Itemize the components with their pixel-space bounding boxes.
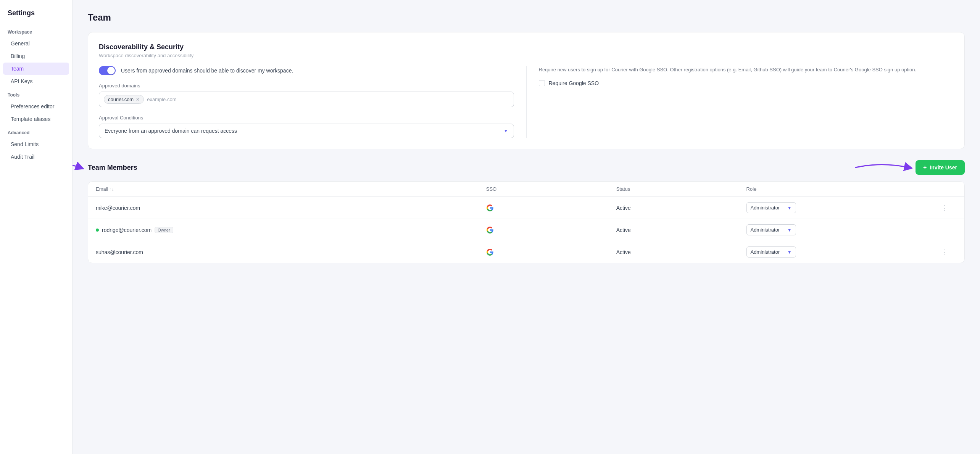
table-row: suhas@courier.com Active [88, 241, 964, 263]
table-header: Email ↑↓ SSO Status Role [88, 182, 964, 197]
domain-tag-courier: courier.com ✕ [104, 95, 144, 104]
sidebar: Settings Workspace General Billing Team … [0, 0, 73, 454]
role-select-rodrigo[interactable]: Administrator ▼ [746, 224, 796, 235]
discoverability-right-col: Require new users to sign up for Courier… [527, 66, 954, 138]
team-members-header: Team Members + Invite User [88, 160, 965, 175]
cell-status-rodrigo: Active [616, 227, 746, 233]
main-content: Team Discoverability & Security Workspac… [73, 0, 980, 454]
sso-description: Require new users to sign up for Courier… [539, 66, 954, 74]
conditions-label: Approval Conditions [99, 115, 514, 121]
cell-role-mike: Administrator ▼ [746, 202, 941, 213]
sort-icon[interactable]: ↑↓ [110, 187, 114, 192]
cell-actions-suhas: ⋮ [941, 248, 957, 256]
sidebar-item-label: Audit Trail [11, 154, 34, 160]
toggle-track[interactable] [99, 66, 116, 75]
owner-badge: Owner [155, 227, 173, 233]
email-text: mike@courier.com [96, 205, 140, 211]
team-members-title: Team Members [88, 164, 137, 172]
arrow-left-annotation [73, 160, 84, 175]
role-select-mike[interactable]: Administrator ▼ [746, 202, 796, 213]
row-actions-mike[interactable]: ⋮ [941, 204, 948, 212]
arrow-right-annotation [851, 160, 912, 175]
plus-icon: + [923, 164, 927, 171]
chevron-down-icon: ▼ [504, 128, 508, 134]
chevron-down-icon: ▼ [787, 250, 792, 255]
cell-role-rodrigo: Administrator ▼ [746, 224, 941, 235]
cell-sso-suhas [486, 248, 616, 256]
role-value: Administrator [751, 249, 780, 255]
header-actions [941, 186, 957, 192]
sidebar-item-audit-trail[interactable]: Audit Trail [3, 151, 69, 163]
google-sso-icon [486, 248, 494, 256]
discover-toggle[interactable] [99, 66, 116, 75]
cell-status-mike: Active [616, 205, 746, 211]
invite-user-button[interactable]: + Invite User [916, 160, 965, 175]
domain-tag-text: courier.com [108, 97, 134, 102]
discoverability-columns: Users from approved domains should be ab… [99, 66, 954, 138]
sidebar-item-general[interactable]: General [3, 37, 69, 50]
status-text: Active [616, 205, 631, 211]
chevron-down-icon: ▼ [787, 227, 792, 233]
header-status: Status [616, 186, 746, 192]
discoverability-card: Discoverability & Security Workspace dis… [88, 32, 965, 149]
sidebar-item-billing[interactable]: Billing [3, 50, 69, 62]
sidebar-item-preferences-editor[interactable]: Preferences editor [3, 100, 69, 113]
sidebar-item-label: Send Limits [11, 141, 39, 147]
cell-status-suhas: Active [616, 249, 746, 255]
status-text: Active [616, 227, 631, 233]
online-dot [96, 229, 99, 232]
discover-toggle-row: Users from approved domains should be ab… [99, 66, 514, 75]
cell-email-mike: mike@courier.com [96, 205, 486, 211]
role-select-suhas[interactable]: Administrator ▼ [746, 246, 796, 258]
sidebar-item-label: Preferences editor [11, 103, 54, 109]
status-text: Active [616, 249, 631, 255]
sso-checkbox-row: Require Google SSO [539, 80, 954, 86]
members-table: Email ↑↓ SSO Status Role mike@courier.co… [88, 181, 965, 263]
header-sso: SSO [486, 186, 616, 192]
conditions-value: Everyone from an approved domain can req… [105, 128, 237, 134]
cell-actions-mike: ⋮ [941, 204, 957, 212]
sso-checkbox[interactable] [539, 80, 545, 86]
sidebar-item-send-limits[interactable]: Send Limits [3, 138, 69, 150]
sidebar-item-label: Billing [11, 53, 25, 59]
role-value: Administrator [751, 205, 780, 211]
discoverability-left-col: Users from approved domains should be ab… [99, 66, 527, 138]
row-actions-suhas[interactable]: ⋮ [941, 248, 948, 256]
header-email-text: Email [96, 186, 108, 192]
cell-role-suhas: Administrator ▼ [746, 246, 941, 258]
domain-tag-remove[interactable]: ✕ [136, 97, 140, 102]
header-status-text: Status [616, 186, 630, 192]
toggle-thumb [107, 67, 115, 74]
role-value: Administrator [751, 227, 780, 233]
email-text: suhas@courier.com [96, 249, 143, 255]
discoverability-subtitle: Workspace discoverability and accessibil… [99, 53, 954, 58]
advanced-section-label: Advanced [0, 126, 72, 138]
sidebar-item-team[interactable]: Team [3, 63, 69, 75]
sso-checkbox-label: Require Google SSO [549, 80, 599, 86]
cell-email-rodrigo: rodrigo@courier.com Owner [96, 227, 486, 233]
discoverability-title: Discoverability & Security [99, 43, 954, 51]
sidebar-item-label: Team [11, 66, 24, 72]
sidebar-item-template-aliases[interactable]: Template aliases [3, 113, 69, 125]
cell-email-suhas: suhas@courier.com [96, 249, 486, 255]
table-row: mike@courier.com Active [88, 197, 964, 219]
tools-section-label: Tools [0, 88, 72, 100]
header-role: Role [746, 186, 941, 192]
table-row: rodrigo@courier.com Owner Active [88, 219, 964, 241]
domain-placeholder: example.com [147, 97, 176, 102]
conditions-select[interactable]: Everyone from an approved domain can req… [99, 124, 514, 138]
header-email: Email ↑↓ [96, 186, 486, 192]
workspace-section-label: Workspace [0, 25, 72, 37]
header-role-text: Role [746, 186, 757, 192]
domain-input[interactable]: courier.com ✕ example.com [99, 92, 514, 107]
domains-label: Approved domains [99, 83, 514, 89]
sidebar-item-label: Template aliases [11, 116, 50, 122]
chevron-down-icon: ▼ [787, 205, 792, 211]
google-sso-icon [486, 204, 494, 212]
conditions-select-wrap: Everyone from an approved domain can req… [99, 124, 514, 138]
email-text: rodrigo@courier.com [102, 227, 152, 233]
header-sso-text: SSO [486, 186, 496, 192]
sidebar-item-api-keys[interactable]: API Keys [3, 75, 69, 87]
toggle-label: Users from approved domains should be ab… [121, 68, 293, 74]
cell-sso-mike [486, 204, 616, 212]
